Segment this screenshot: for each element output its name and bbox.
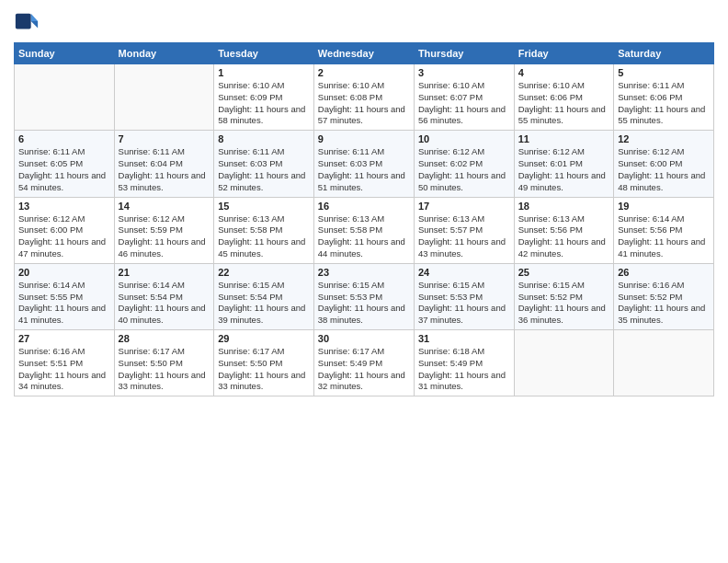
calendar-cell: 2Sunrise: 6:10 AM Sunset: 6:08 PM Daylig… xyxy=(313,64,414,131)
calendar-cell: 6Sunrise: 6:11 AM Sunset: 6:05 PM Daylig… xyxy=(15,131,115,197)
calendar-cell: 7Sunrise: 6:11 AM Sunset: 6:04 PM Daylig… xyxy=(114,131,214,197)
calendar-week-row: 20Sunrise: 6:14 AM Sunset: 5:55 PM Dayli… xyxy=(15,263,714,329)
day-info: Sunrise: 6:11 AM Sunset: 6:04 PM Dayligh… xyxy=(119,146,210,193)
day-number: 26 xyxy=(618,267,710,278)
day-info: Sunrise: 6:10 AM Sunset: 6:09 PM Dayligh… xyxy=(218,80,310,127)
day-info: Sunrise: 6:12 AM Sunset: 6:02 PM Dayligh… xyxy=(418,146,510,193)
calendar-cell xyxy=(114,64,214,131)
day-number: 25 xyxy=(518,267,610,278)
day-number: 10 xyxy=(418,133,510,144)
weekday-header-saturday: Saturday xyxy=(614,43,714,64)
calendar-cell: 25Sunrise: 6:15 AM Sunset: 5:52 PM Dayli… xyxy=(514,263,614,329)
svg-marker-0 xyxy=(31,14,38,21)
day-number: 14 xyxy=(119,201,210,212)
day-info: Sunrise: 6:15 AM Sunset: 5:52 PM Dayligh… xyxy=(518,280,610,327)
calendar-cell: 16Sunrise: 6:13 AM Sunset: 5:58 PM Dayli… xyxy=(313,197,414,263)
calendar-cell: 26Sunrise: 6:16 AM Sunset: 5:52 PM Dayli… xyxy=(614,263,714,329)
calendar-cell: 9Sunrise: 6:11 AM Sunset: 6:03 PM Daylig… xyxy=(313,131,414,197)
calendar-cell: 29Sunrise: 6:17 AM Sunset: 5:50 PM Dayli… xyxy=(214,330,314,396)
day-info: Sunrise: 6:17 AM Sunset: 5:50 PM Dayligh… xyxy=(119,346,210,393)
day-number: 23 xyxy=(318,267,410,278)
day-info: Sunrise: 6:14 AM Sunset: 5:54 PM Dayligh… xyxy=(119,280,210,327)
day-info: Sunrise: 6:12 AM Sunset: 6:00 PM Dayligh… xyxy=(618,146,710,193)
day-info: Sunrise: 6:11 AM Sunset: 6:03 PM Dayligh… xyxy=(218,146,310,193)
calendar-cell: 23Sunrise: 6:15 AM Sunset: 5:53 PM Dayli… xyxy=(313,263,414,329)
calendar-cell: 15Sunrise: 6:13 AM Sunset: 5:58 PM Dayli… xyxy=(214,197,314,263)
day-number: 15 xyxy=(218,201,310,212)
day-number: 19 xyxy=(618,201,710,212)
calendar-cell: 13Sunrise: 6:12 AM Sunset: 6:00 PM Dayli… xyxy=(15,197,115,263)
calendar-week-row: 6Sunrise: 6:11 AM Sunset: 6:05 PM Daylig… xyxy=(15,131,714,197)
weekday-header-sunday: Sunday xyxy=(15,43,115,64)
day-number: 29 xyxy=(218,333,310,344)
day-number: 18 xyxy=(518,201,610,212)
day-info: Sunrise: 6:15 AM Sunset: 5:54 PM Dayligh… xyxy=(218,280,310,327)
day-info: Sunrise: 6:14 AM Sunset: 5:56 PM Dayligh… xyxy=(618,213,710,260)
day-info: Sunrise: 6:18 AM Sunset: 5:49 PM Dayligh… xyxy=(418,346,510,393)
day-info: Sunrise: 6:13 AM Sunset: 5:58 PM Dayligh… xyxy=(318,213,410,260)
day-number: 7 xyxy=(119,133,210,144)
calendar-cell: 10Sunrise: 6:12 AM Sunset: 6:02 PM Dayli… xyxy=(414,131,514,197)
svg-marker-1 xyxy=(31,21,38,28)
calendar-cell: 4Sunrise: 6:10 AM Sunset: 6:06 PM Daylig… xyxy=(514,64,614,131)
day-number: 31 xyxy=(418,333,510,344)
weekday-header-monday: Monday xyxy=(114,43,214,64)
calendar-cell xyxy=(514,330,614,396)
page-header xyxy=(14,9,714,35)
day-info: Sunrise: 6:13 AM Sunset: 5:56 PM Dayligh… xyxy=(518,213,610,260)
day-info: Sunrise: 6:11 AM Sunset: 6:06 PM Dayligh… xyxy=(618,80,710,127)
calendar-cell: 30Sunrise: 6:17 AM Sunset: 5:49 PM Dayli… xyxy=(313,330,414,396)
calendar-cell: 8Sunrise: 6:11 AM Sunset: 6:03 PM Daylig… xyxy=(214,131,314,197)
day-info: Sunrise: 6:16 AM Sunset: 5:52 PM Dayligh… xyxy=(618,280,710,327)
calendar-cell: 5Sunrise: 6:11 AM Sunset: 6:06 PM Daylig… xyxy=(614,64,714,131)
day-number: 16 xyxy=(318,201,410,212)
calendar-cell: 17Sunrise: 6:13 AM Sunset: 5:57 PM Dayli… xyxy=(414,197,514,263)
calendar-week-row: 27Sunrise: 6:16 AM Sunset: 5:51 PM Dayli… xyxy=(15,330,714,396)
calendar-cell: 20Sunrise: 6:14 AM Sunset: 5:55 PM Dayli… xyxy=(15,263,115,329)
day-info: Sunrise: 6:13 AM Sunset: 5:57 PM Dayligh… xyxy=(418,213,510,260)
weekday-header-wednesday: Wednesday xyxy=(313,43,414,64)
day-info: Sunrise: 6:11 AM Sunset: 6:03 PM Dayligh… xyxy=(318,146,410,193)
calendar-cell: 22Sunrise: 6:15 AM Sunset: 5:54 PM Dayli… xyxy=(214,263,314,329)
calendar-cell: 12Sunrise: 6:12 AM Sunset: 6:00 PM Dayli… xyxy=(614,131,714,197)
day-info: Sunrise: 6:17 AM Sunset: 5:50 PM Dayligh… xyxy=(218,346,310,393)
day-info: Sunrise: 6:17 AM Sunset: 5:49 PM Dayligh… xyxy=(318,346,410,393)
weekday-header-friday: Friday xyxy=(514,43,614,64)
day-number: 5 xyxy=(618,67,710,78)
calendar-cell: 14Sunrise: 6:12 AM Sunset: 5:59 PM Dayli… xyxy=(114,197,214,263)
calendar-cell: 27Sunrise: 6:16 AM Sunset: 5:51 PM Dayli… xyxy=(15,330,115,396)
day-info: Sunrise: 6:15 AM Sunset: 5:53 PM Dayligh… xyxy=(318,280,410,327)
day-info: Sunrise: 6:15 AM Sunset: 5:53 PM Dayligh… xyxy=(418,280,510,327)
calendar-cell: 28Sunrise: 6:17 AM Sunset: 5:50 PM Dayli… xyxy=(114,330,214,396)
day-number: 27 xyxy=(18,333,110,344)
day-number: 20 xyxy=(18,267,110,278)
calendar-cell: 18Sunrise: 6:13 AM Sunset: 5:56 PM Dayli… xyxy=(514,197,614,263)
calendar-cell: 31Sunrise: 6:18 AM Sunset: 5:49 PM Dayli… xyxy=(414,330,514,396)
day-number: 8 xyxy=(218,133,310,144)
day-info: Sunrise: 6:12 AM Sunset: 6:00 PM Dayligh… xyxy=(18,213,110,260)
day-info: Sunrise: 6:10 AM Sunset: 6:06 PM Dayligh… xyxy=(518,80,610,127)
calendar-cell: 19Sunrise: 6:14 AM Sunset: 5:56 PM Dayli… xyxy=(614,197,714,263)
day-number: 1 xyxy=(218,67,310,78)
calendar-cell: 3Sunrise: 6:10 AM Sunset: 6:07 PM Daylig… xyxy=(414,64,514,131)
calendar-cell xyxy=(614,330,714,396)
day-number: 22 xyxy=(218,267,310,278)
day-number: 24 xyxy=(418,267,510,278)
day-info: Sunrise: 6:12 AM Sunset: 6:01 PM Dayligh… xyxy=(518,146,610,193)
weekday-header-tuesday: Tuesday xyxy=(214,43,314,64)
calendar-header-row: SundayMondayTuesdayWednesdayThursdayFrid… xyxy=(15,43,714,64)
calendar-cell: 21Sunrise: 6:14 AM Sunset: 5:54 PM Dayli… xyxy=(114,263,214,329)
calendar-cell: 24Sunrise: 6:15 AM Sunset: 5:53 PM Dayli… xyxy=(414,263,514,329)
day-info: Sunrise: 6:14 AM Sunset: 5:55 PM Dayligh… xyxy=(18,280,110,327)
day-number: 28 xyxy=(119,333,210,344)
calendar-cell: 1Sunrise: 6:10 AM Sunset: 6:09 PM Daylig… xyxy=(214,64,314,131)
day-number: 21 xyxy=(119,267,210,278)
day-number: 30 xyxy=(318,333,410,344)
day-info: Sunrise: 6:16 AM Sunset: 5:51 PM Dayligh… xyxy=(18,346,110,393)
day-number: 13 xyxy=(18,201,110,212)
day-info: Sunrise: 6:12 AM Sunset: 5:59 PM Dayligh… xyxy=(119,213,210,260)
logo xyxy=(14,9,43,35)
calendar-week-row: 13Sunrise: 6:12 AM Sunset: 6:00 PM Dayli… xyxy=(15,197,714,263)
day-info: Sunrise: 6:10 AM Sunset: 6:08 PM Dayligh… xyxy=(318,80,410,127)
day-number: 17 xyxy=(418,201,510,212)
